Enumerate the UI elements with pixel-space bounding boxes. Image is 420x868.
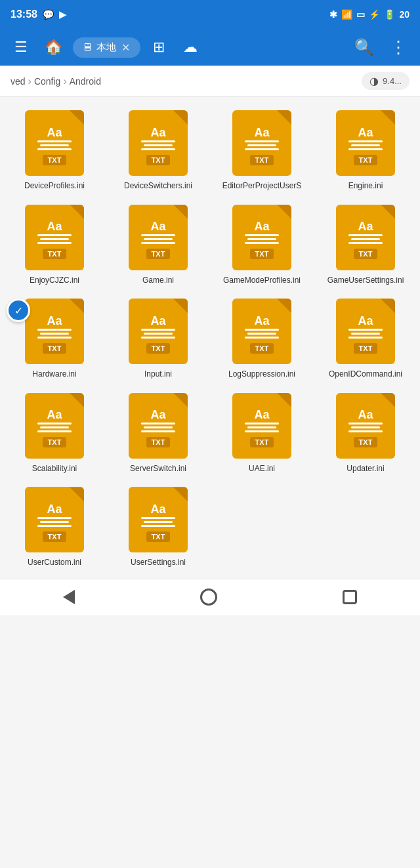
file-icon: AaTXT	[232, 205, 291, 270]
file-icon: AaTXT	[129, 487, 188, 552]
bluetooth-icon: ✱	[329, 9, 337, 20]
storage-label: 9.4...	[383, 76, 402, 86]
breadcrumb: ved › Config › Android ◑ 9.4...	[0, 66, 420, 97]
file-item[interactable]: AaTXTInput.ini	[106, 291, 210, 385]
file-item[interactable]: AaTXTEditorPerProjectUserS	[210, 102, 314, 197]
file-icon: AaTXT	[336, 205, 395, 270]
recents-icon	[343, 590, 357, 604]
file-item[interactable]: AaTXTEngine.ini	[314, 102, 417, 197]
file-item[interactable]: AaTXTUAE.ini	[210, 385, 314, 480]
file-item[interactable]: AaTXTScalability.ini	[3, 385, 106, 480]
signal-icon: ▭	[356, 9, 365, 20]
charging-icon: ⚡	[369, 9, 380, 20]
file-icon: AaTXT	[129, 299, 188, 364]
browser-button[interactable]: ⊞	[146, 33, 172, 61]
cloud-button[interactable]: ☁	[177, 33, 203, 61]
file-item[interactable]: AaTXTOpenIDCommand.ini	[314, 291, 417, 385]
tab-close-button[interactable]: ✕	[120, 41, 131, 54]
local-tab[interactable]: 🖥 本地 ✕	[73, 37, 140, 58]
file-item[interactable]: AaTXTDeviceProfiles.ini	[3, 102, 106, 197]
check-icon: ✓	[9, 300, 28, 320]
file-icon: AaTXT	[25, 299, 84, 364]
cloud-icon: ☁	[183, 39, 198, 56]
file-icon: AaTXT	[129, 393, 188, 459]
file-name: DeviceSwitchers.ini	[124, 181, 192, 192]
file-name: Hardware.ini	[32, 369, 76, 380]
breadcrumb-android[interactable]: Android	[70, 76, 101, 87]
file-item[interactable]: AaTXTGameModeProfiles.ini	[210, 197, 314, 291]
recents-button[interactable]	[327, 585, 373, 610]
storage-indicator: ◑ 9.4...	[362, 72, 410, 90]
back-icon	[63, 590, 75, 604]
file-name: Input.ini	[144, 369, 172, 380]
battery-level: 20	[399, 9, 410, 20]
file-item[interactable]: AaTXTUserCustom.ini	[3, 479, 106, 573]
file-name: UAE.ini	[249, 464, 275, 474]
file-name: GameModeProfiles.ini	[223, 276, 301, 286]
file-icon: AaTXT	[336, 299, 395, 364]
file-name: DeviceProfiles.ini	[24, 181, 85, 192]
file-icon: AaTXT	[232, 299, 291, 364]
file-name: UserSettings.ini	[131, 558, 186, 568]
file-name: Game.ini	[142, 276, 174, 286]
browser-icon: ⊞	[153, 39, 165, 56]
file-icon: AaTXT	[25, 205, 84, 270]
file-item[interactable]: AaTXTUpdater.ini	[314, 385, 417, 480]
menu-button[interactable]: ☰	[8, 33, 34, 61]
file-item[interactable]: AaTXTGameUserSettings.ini	[314, 197, 417, 291]
search-icon: 🔍	[354, 38, 374, 56]
file-name: ServerSwitch.ini	[130, 464, 186, 474]
home-nav-icon	[200, 589, 217, 606]
more-icon: ⋮	[390, 37, 407, 58]
file-icon: AaTXT	[25, 393, 84, 459]
search-button[interactable]: 🔍	[349, 33, 379, 62]
file-icon: AaTXT	[232, 110, 291, 176]
file-icon: AaTXT	[232, 393, 291, 459]
file-item[interactable]: AaTXTDeviceSwitchers.ini	[106, 102, 210, 197]
more-options-button[interactable]: ⋮	[385, 32, 412, 63]
file-grid: AaTXTDeviceProfiles.iniAaTXTDeviceSwitch…	[0, 97, 420, 579]
file-item[interactable]: AaTXTUserSettings.ini	[106, 479, 210, 573]
wifi-icon: 📶	[341, 9, 352, 20]
home-nav-button[interactable]	[184, 583, 233, 611]
breadcrumb-root[interactable]: ved	[10, 76, 26, 87]
file-icon: AaTXT	[25, 110, 84, 176]
home-button[interactable]: 🏠	[39, 33, 68, 61]
file-name: Engine.ini	[348, 181, 383, 192]
breadcrumb-sep-2: ›	[63, 75, 66, 87]
tab-label: 本地	[96, 41, 116, 54]
file-icon: AaTXT	[336, 393, 395, 459]
file-item[interactable]: AaTXTEnjoyCJZC.ini	[3, 197, 106, 291]
file-item[interactable]: AaTXTGame.ini	[106, 197, 210, 291]
bottom-nav	[0, 579, 420, 615]
file-name: EditorPerProjectUserS	[222, 181, 302, 192]
status-time: 13:58	[10, 9, 37, 20]
nav-bar: ☰ 🏠 🖥 本地 ✕ ⊞ ☁ 🔍 ⋮	[0, 29, 420, 66]
file-item[interactable]: AaTXTLogSuppression.ini	[210, 291, 314, 385]
file-icon: AaTXT	[129, 205, 188, 270]
file-name: GameUserSettings.ini	[327, 276, 404, 286]
file-icon: AaTXT	[25, 487, 84, 552]
message-icon: 💬	[43, 9, 54, 20]
battery-icon: 🔋	[384, 9, 395, 20]
file-item[interactable]: ✓AaTXTHardware.ini	[3, 291, 106, 385]
file-name: Updater.ini	[346, 464, 384, 474]
file-name: Scalability.ini	[32, 464, 77, 474]
file-name: EnjoyCJZC.ini	[30, 276, 79, 286]
file-name: OpenIDCommand.ini	[329, 369, 402, 380]
file-item[interactable]: AaTXTServerSwitch.ini	[106, 385, 210, 480]
file-icon: AaTXT	[336, 110, 395, 176]
selected-badge: ✓	[7, 299, 30, 322]
status-bar: 13:58 💬 ▶ ✱ 📶 ▭ ⚡ 🔋 20	[0, 0, 420, 29]
breadcrumb-sep-1: ›	[28, 75, 32, 87]
file-icon: AaTXT	[129, 110, 188, 176]
play-icon: ▶	[59, 9, 66, 20]
tab-icon: 🖥	[82, 41, 93, 53]
storage-icon: ◑	[369, 75, 379, 87]
file-name: UserCustom.ini	[28, 558, 81, 568]
file-name: LogSuppression.ini	[228, 369, 295, 380]
breadcrumb-config[interactable]: Config	[34, 76, 60, 87]
back-button[interactable]	[47, 585, 91, 610]
